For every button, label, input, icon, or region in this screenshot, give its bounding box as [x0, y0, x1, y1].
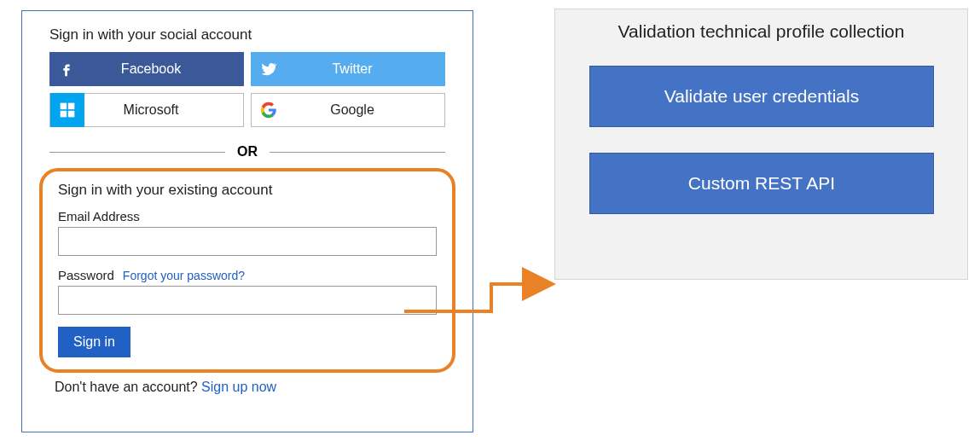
signin-inner: Sign in with your social account Faceboo… [22, 11, 473, 403]
social-heading: Sign in with your social account [49, 26, 445, 44]
signin-panel: Sign in with your social account Faceboo… [21, 10, 473, 432]
validation-panel: Validation technical profile collection … [554, 9, 968, 280]
svg-rect-3 [68, 111, 75, 118]
microsoft-label: Microsoft [84, 102, 243, 118]
google-button[interactable]: Google [251, 93, 445, 127]
google-icon [252, 93, 286, 127]
svg-rect-1 [68, 103, 75, 110]
forgot-password-link[interactable]: Forgot your password? [123, 269, 245, 282]
no-account-text: Don't have an account? [55, 380, 198, 394]
svg-rect-2 [61, 111, 67, 118]
twitter-icon [251, 52, 285, 86]
existing-heading: Sign in with your existing account [58, 182, 437, 199]
email-input[interactable] [58, 227, 437, 256]
or-divider: OR [49, 144, 445, 160]
microsoft-button[interactable]: Microsoft [49, 93, 244, 127]
facebook-icon [49, 52, 84, 86]
password-label-row: Password Forgot your password? [58, 268, 437, 282]
google-label: Google [286, 102, 444, 118]
divider-line-left [49, 152, 225, 153]
validation-item-1: Custom REST API [589, 153, 934, 214]
signup-link[interactable]: Sign up now [201, 380, 276, 394]
local-account-highlight: Sign in with your existing account Email… [39, 168, 455, 373]
facebook-button[interactable]: Facebook [49, 52, 244, 86]
or-label: OR [225, 144, 270, 160]
microsoft-icon [50, 93, 84, 127]
svg-rect-0 [61, 103, 67, 110]
twitter-button[interactable]: Twitter [251, 52, 445, 86]
email-label-text: Email Address [58, 209, 140, 223]
facebook-label: Facebook [84, 61, 244, 77]
divider-line-right [270, 152, 445, 153]
twitter-label: Twitter [285, 61, 445, 77]
password-input[interactable] [58, 286, 437, 315]
password-label-text: Password [58, 268, 114, 282]
social-buttons-grid: Facebook Twitter Microsoft Google [49, 52, 445, 127]
email-label: Email Address [58, 209, 437, 223]
validation-panel-title: Validation technical profile collection [581, 21, 942, 42]
signin-button[interactable]: Sign in [58, 327, 130, 357]
validation-item-0: Validate user credentials [589, 66, 934, 127]
no-account-row: Don't have an account? Sign up now [55, 380, 445, 395]
